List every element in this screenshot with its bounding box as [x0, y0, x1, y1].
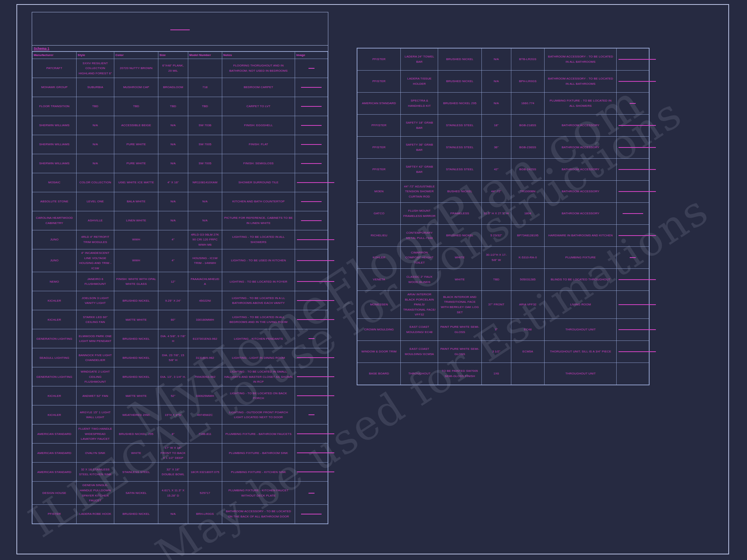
cell-model: 4RLD G3 06LM 27K 90 CRI 120 FRPC WWH M6 [188, 230, 222, 249]
schedule-row: KICHLERARGYLE 15" 1 LIGHT WALL LIGHTWEAT… [32, 405, 328, 424]
image-placeholder-line [301, 87, 322, 88]
cell-model: BPH-LR0GS [511, 71, 545, 93]
cell-color: BUSHED NICKEL [438, 181, 481, 203]
cell-model: BP7348128195 [511, 225, 545, 247]
cell-notes: THORUGHOUT UNIT; SILL IS A 3/4" PIECE [545, 340, 617, 363]
cell-notes: BATHROOM ACCESSORY [545, 181, 617, 203]
schedule-label: Schema 1 [32, 46, 328, 52]
cell-style: FLUSH MOUNT FRAMELESS MIRROR [401, 203, 438, 225]
cell-size: 52" [158, 386, 188, 405]
cell-model: ARIA VFF32 [511, 291, 545, 319]
cell-color: FRAMELESS [438, 203, 481, 225]
cell-color: TO BE PAINTED SW7005 SEMI-GLOSS FINISH [438, 363, 481, 385]
cell-style: TBD [76, 97, 114, 116]
cell-manufacturer: PATCRAFT [32, 59, 77, 78]
cell-model: PAAAIACHLMHEUDA [188, 272, 222, 291]
cell-model: 45022NI [188, 291, 222, 310]
image-placeholder-line [619, 125, 656, 126]
cell-model: K-5310-RA-0 [511, 247, 545, 269]
cell-color: PURE WHITE [114, 154, 158, 173]
cell-color: WHITE [114, 444, 158, 463]
schedule-row: WINDOW & DOOR TRIMEAST COAST MOULDING/ E… [357, 340, 649, 363]
cell-model: 49745WZC [188, 405, 222, 424]
cell-color: LINEN WHITE [114, 211, 158, 230]
cell-manufacturer: AMERICAN STANDARD [32, 424, 77, 444]
cell-size: 3" [481, 318, 511, 340]
cell-notes: BATHROOM ACCESSORY - TO BE LOCATED IN AL… [545, 49, 617, 71]
cell-image [295, 230, 328, 249]
cell-manufacturer: JUNO [32, 249, 77, 272]
cell-image [295, 173, 328, 192]
image-placeholder-line [297, 300, 334, 301]
image-placeholder-line [297, 281, 334, 282]
cell-color: PURE WHITE [114, 135, 158, 154]
cell-size: 8" [158, 424, 188, 444]
column-header-style: Style [76, 52, 114, 59]
cell-image [295, 59, 328, 78]
cell-color: BRUSHED NICKEL [438, 71, 481, 93]
cell-color: BRUSHED NICKEL [114, 329, 158, 348]
cell-style: ELMWOOD PARK ONE LIGHT MINI PENDANT [76, 329, 114, 348]
cell-size: N/A [481, 49, 511, 71]
schedule-row: KICHLERJOELSON 3 LIGHT VANITY LIGHTBRUSH… [32, 291, 328, 310]
cell-model [188, 59, 222, 78]
cell-model: BTB-LR2GS [511, 49, 545, 71]
column-header-model-number: Model Number [188, 52, 222, 59]
cell-color: BRUSHED NICKEL [438, 49, 481, 71]
cell-model: 330160MWH [188, 310, 222, 329]
image-placeholder-line [297, 433, 334, 434]
cell-style: 4" INCANDESCENT LINE VOLTAGE HOUSING AND… [76, 249, 114, 272]
cell-manufacturer: VENETA [357, 269, 401, 291]
cell-model: EC48 [511, 318, 545, 340]
cell-model: 75942EN3-962 [188, 367, 222, 386]
cell-image [617, 269, 649, 291]
cell-notes: FINISH: EGGSHELL [222, 116, 295, 135]
image-placeholder-line [297, 239, 334, 240]
cell-style: LADERA ROBE HOOK [76, 504, 114, 523]
column-header-color: Color [114, 52, 158, 59]
cell-color: STAINLESS STEEL [114, 463, 158, 482]
cell-size: 3 1/2" [481, 340, 511, 363]
cell-style: CLASSIC 2" FAUX WOOD BLINDS [401, 269, 438, 291]
image-placeholder-line [623, 213, 643, 214]
cell-model: BGB-242SS [511, 159, 545, 181]
cell-color: MATTE WHITE [114, 310, 158, 329]
cell-size: BROADLOOM [158, 78, 188, 97]
cell-size: N/A [481, 71, 511, 93]
cell-model: ECM5A [511, 340, 545, 363]
cell-image [617, 115, 649, 137]
schedule-row: KOHLERCIMARRON COMFORT HEIGHT TOILETWHIT… [357, 247, 649, 269]
cell-manufacturer: PFISTER [32, 504, 77, 523]
cell-style: OVALYN SINK [76, 444, 114, 463]
cell-notes: LIGHTING - TO BE LOCATED ON BACK PORCH [222, 386, 295, 405]
cell-manufacturer: KICHLER [32, 386, 77, 405]
schedule-row: KICHLERSTARKK LED 60" CEILING FANMATTE W… [32, 310, 328, 329]
image-placeholder-line [309, 493, 314, 494]
cell-manufacturer: SHERWIN WILLIAMS [32, 116, 77, 135]
image-placeholder-line [301, 201, 322, 202]
schedule-row: SHERWIN WILLIAMSN/AACCESSIBLE BEIGEN/ASW… [32, 116, 328, 135]
cell-manufacturer: KICHLER [32, 405, 77, 424]
cell-image [295, 211, 328, 230]
schedule-row: JUNO4RLD 4" RETROFIT TRIM MODULESWWH4"4R… [32, 230, 328, 249]
cell-manufacturer: MOHAWK GROUP [32, 78, 77, 97]
cell-color: BRUSHED NICKEL [114, 291, 158, 310]
cell-notes: PLUMBING FIXTURE - KITCHEN SINK [222, 463, 295, 482]
cell-model [511, 363, 545, 385]
cell-image [295, 463, 328, 482]
cell-style: CIMARRON COMFORT HEIGHT TOILET [401, 247, 438, 269]
cell-style: SPECTRA & HANDHELD KIT [401, 93, 438, 115]
cell-color: ACCESSIBLE BEIGE [114, 116, 158, 135]
cell-size: N/A [158, 192, 188, 211]
schedule-row: BASE BOARDTHROUGHOUTTO BE PAINTED SW7005… [357, 363, 649, 385]
cell-manufacturer: CAROLINA HEARTWOOD CABINETRY [32, 211, 77, 230]
cell-style: ANDWET 52" FAN [76, 386, 114, 405]
image-placeholder-line [619, 304, 656, 305]
cell-size: 4.61"L X 11.3" X 15.28" D [158, 482, 188, 504]
cell-style: JANEIRO 6 FLUSHMOUNT [76, 272, 114, 291]
image-placeholder-line [619, 169, 656, 170]
cell-model: 718 [188, 78, 222, 97]
cell-style: SAFETY 36" GRAB BAR [401, 137, 438, 159]
cell-image [295, 78, 328, 97]
cell-image [617, 49, 649, 71]
